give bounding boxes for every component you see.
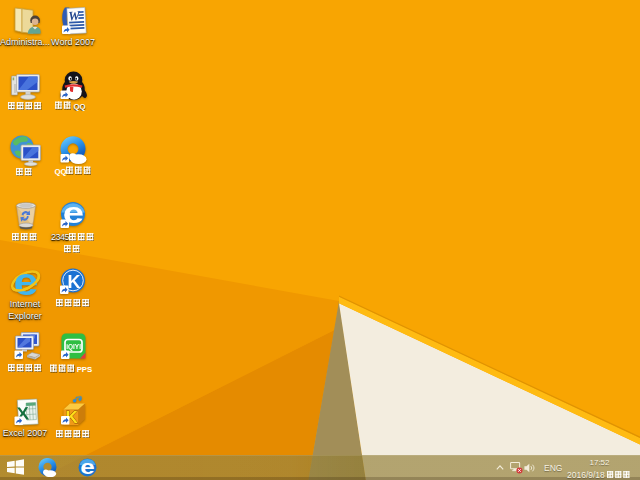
svg-text:QQ: QQ [73, 102, 85, 111]
svg-text:iQIYI: iQIYI [66, 342, 81, 351]
svg-text:K: K [68, 272, 81, 292]
svg-text:QQ: QQ [54, 167, 66, 176]
svg-text:e: e [80, 458, 95, 477]
svg-text:PPS: PPS [77, 365, 93, 374]
